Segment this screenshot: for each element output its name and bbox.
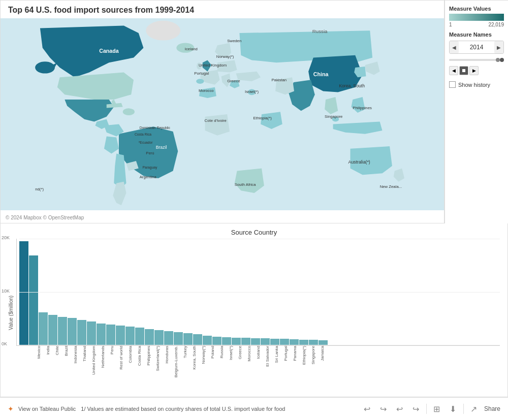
korea-label: Korea, South [339,83,365,88]
bar-turkey[interactable] [174,332,183,345]
year-slider-track[interactable] [449,59,498,61]
x-label-19: Poland [210,346,219,360]
new-zealand-label: New Zeala... [380,184,402,189]
bar-thailand[interactable] [68,318,77,345]
bar-sri-lanka[interactable] [270,339,279,345]
bar-iceland[interactable] [251,338,260,345]
x-label-31: Jamaica [320,346,329,363]
x-label-7: Netherlands [101,346,110,369]
slider-row [449,58,504,62]
map-title: Top 64 U.S. food import sources from 199… [1,1,444,17]
color-scale-section: Measure Values 1 22,019 [449,6,504,27]
bar-colombia[interactable] [116,326,125,345]
playback-controls: ◀ ▶ [449,66,504,75]
x-label-3: Brazil [64,346,73,358]
bar-korea--south[interactable] [183,333,193,345]
bar-united-kingdom[interactable] [77,320,86,345]
undo-button[interactable]: ↩ [361,403,373,415]
x-label-14: Honduras [165,346,174,365]
show-history-checkbox[interactable] [449,81,456,88]
bar-portugal[interactable] [280,339,289,345]
download-button[interactable]: ⬇ [447,403,459,415]
year-value: 2014 [460,42,493,52]
x-label-29: Ethiopia(*) [302,346,311,366]
bottom-actions: ↩ ↪ ↩ ↪ ⊞ ⬇ ↗ Share [361,403,500,415]
top-section: Top 64 U.S. food import sources from 199… [0,0,508,223]
x-label-22: Greece [238,346,247,361]
bar-singapore[interactable] [309,340,318,345]
play-stop-button[interactable] [459,66,468,75]
bar-israel---[interactable] [222,337,231,345]
bar-norway---[interactable] [193,334,202,345]
iceland-label: Iceland [185,47,198,51]
svg-rect-9 [462,69,465,72]
argentina-label: Argentina [140,175,157,179]
scale-min: 1 [449,22,452,27]
x-label-11: Costa Rica [137,346,146,367]
bar-honduras[interactable] [154,330,164,345]
bar-belgium-luxemb-[interactable] [164,331,173,345]
x-label-16: Turkey [183,346,192,360]
bar-el-salvador[interactable] [261,338,270,345]
x-label-13: Switzerland(*) [155,346,165,373]
bar-chile[interactable] [39,312,48,345]
bar-panama[interactable] [290,339,299,345]
bar-mexico[interactable] [19,241,28,345]
x-label-27: Portugal [283,346,293,363]
x-label-10: Colombia [128,346,137,365]
redo-button[interactable]: ↪ [377,403,390,415]
bar-jamaica[interactable] [319,340,328,345]
bar-russia[interactable] [212,337,221,345]
share-label: Share [484,405,500,412]
greece-label: Greece [227,79,240,83]
ecuador-label: *Ecuador [139,141,153,144]
bar-netherlands[interactable] [87,321,96,345]
revert-button[interactable]: ↩ [394,403,406,415]
bar-ethiopia---[interactable] [299,340,308,345]
tableau-logo[interactable]: ✦ View on Tableau Public [8,405,76,413]
view-button[interactable]: ⊞ [431,403,443,415]
bar-brazil[interactable] [48,315,57,345]
play-prev-button[interactable]: ◀ [449,66,458,75]
x-labels: MexicoIndiaChileBrazilIndonesiaThailandU… [16,346,500,386]
x-label-15: Belgium-Luxemb. [174,346,183,379]
bar-philippines[interactable] [135,328,144,345]
year-prev-button[interactable]: ◀ [450,41,459,53]
svg-point-1 [35,61,55,73]
bottom-bar: ✦ View on Tableau Public 1/ Values are e… [0,397,508,420]
year-selector[interactable]: ◀ 2014 ▶ [449,41,504,54]
footnote: 1/ Values are estimated based on country… [81,406,356,412]
svg-point-6 [196,79,204,84]
forward-button[interactable]: ↪ [410,403,422,415]
controls-panel: Measure Values 1 22,019 Measure Names ◀ … [444,0,508,223]
x-label-9: Rest of world [119,346,128,371]
sweden-label: Sweden [227,39,241,43]
bar-india[interactable] [29,255,38,345]
x-label-0: Mexico [37,346,46,360]
bar-peru[interactable] [97,324,106,345]
bars-container: 20K 10K 0K [16,239,500,346]
share-icon-button[interactable]: ↗ [468,403,480,415]
slider-thumb[interactable] [496,58,500,62]
y-tick-0k: 0K [2,341,7,346]
tableau-label: View on Tableau Public [18,406,76,412]
share-button[interactable]: Share [484,405,500,412]
bar-switzerland---[interactable] [145,329,154,345]
philippines-label: Philippines [353,106,372,110]
svg-point-3 [146,21,180,41]
x-label-26: Sri Lanka [274,346,283,365]
singapore-label: Singapore [325,114,342,119]
main-container: Top 64 U.S. food import sources from 199… [0,0,508,420]
color-bar [449,14,504,21]
bar-greece[interactable] [232,338,241,345]
bar-poland[interactable] [203,336,212,345]
bar-costa-rica[interactable] [125,327,135,345]
bar-rest-of-world[interactable] [106,325,115,345]
year-next-button[interactable]: ▶ [494,41,503,53]
bar-morocco[interactable] [241,338,250,345]
south-africa-label: South Africa [235,182,256,187]
bar-indonesia[interactable] [58,317,67,345]
play-next-button[interactable]: ▶ [469,66,479,75]
x-label-30: Singapore [311,346,320,366]
slider-fill [449,59,498,61]
